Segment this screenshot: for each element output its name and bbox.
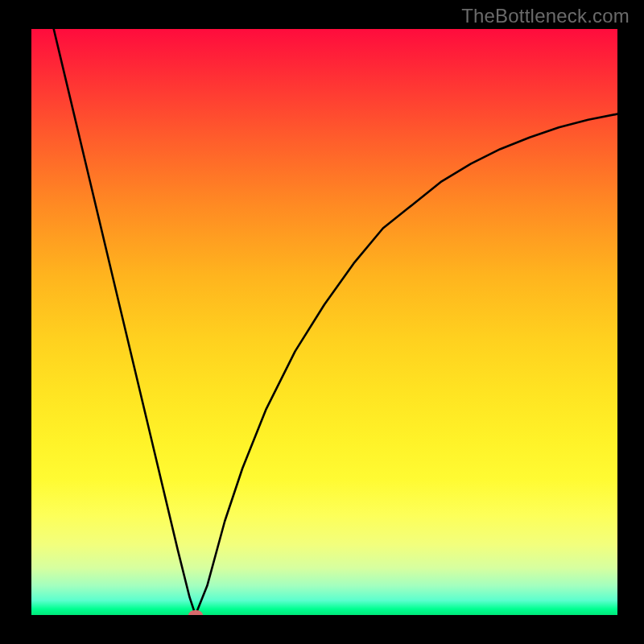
plot-area xyxy=(31,29,617,615)
watermark-text: TheBottleneck.com xyxy=(461,5,630,27)
optimum-marker xyxy=(188,610,203,615)
chart-container: TheBottleneck.com xyxy=(0,0,644,644)
bottleneck-curve xyxy=(31,29,617,615)
